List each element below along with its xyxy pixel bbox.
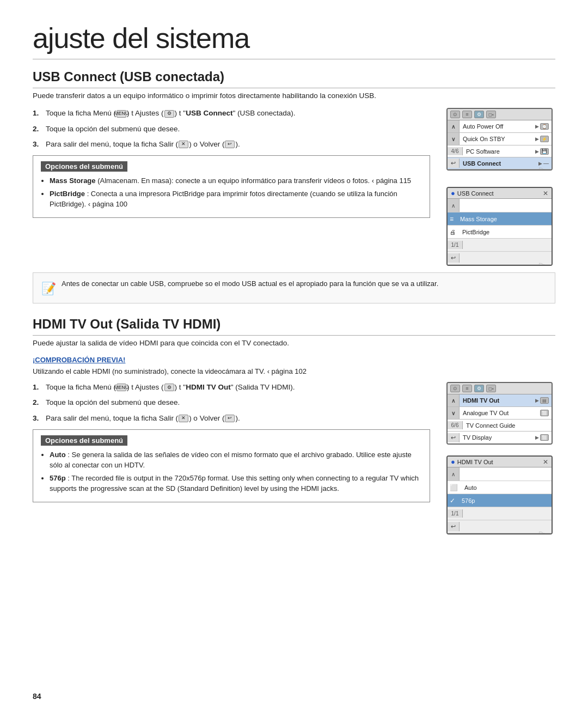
hdmi-cam-header-icon-1: ⊙ — [450, 385, 460, 392]
hdmi-step-3: 3. Para salir del menú, toque la ficha S… — [33, 413, 430, 424]
usb-section-right: ⊙ ≡ ⚙ ◻▪ ∧ Auto Power Off ▶ ⌚ ∨ Quick On… — [446, 108, 555, 266]
hdmi-comprobacion-text: Utilizando el cable HDMI (no suministrad… — [33, 366, 555, 377]
hdmi-cam-value-hdmitv: ▶ ▤ — [532, 396, 552, 405]
cam-value-auto-power: ▶ ⌚ — [532, 122, 552, 131]
menu-icon-hdmi-step1: MENÚ — [117, 384, 126, 391]
hdmi-cam-label-analogue: Analogue TV Out — [460, 409, 537, 417]
hdmi-cam-label-connect-guide: TV Connect Guide — [463, 421, 546, 430]
cam-popup-back-btn[interactable]: ↩ — [448, 253, 460, 263]
cam-row-num-1: 4/6 — [448, 147, 463, 155]
cam-down-btn[interactable]: ∨ — [448, 133, 460, 145]
hdmi-cam-row-3: 6/6 TV Connect Guide — [448, 420, 552, 432]
usb-section-body: 1. Toque la ficha Menú (MENÚ) t Ajustes … — [33, 108, 555, 266]
usb-popup-row-up: ∧ — [448, 199, 552, 212]
cam-arrow-3: ▶ — [535, 149, 539, 154]
hdmi-step-1-num: 1. — [33, 382, 42, 393]
hdmi-cam-popup-back-btn[interactable]: ↩ — [448, 522, 460, 531]
cam-header-icon-2: ≡ — [462, 111, 472, 118]
hdmi-cam-down-btn[interactable]: ∨ — [448, 407, 460, 419]
hdmi-popup-label-576p: 576p — [457, 496, 552, 505]
usb-step-3: 3. Para salir del menú, toque la ficha S… — [33, 139, 430, 150]
hdmi-step-3-content: Para salir del menú, toque la ficha Sali… — [46, 413, 430, 424]
cam-header-icon-3: ⚙ — [474, 111, 484, 118]
usb-step-2: 2. Toque la opción del submenú que desee… — [33, 124, 430, 135]
hdmi-cam-row-num: 6/6 — [448, 421, 463, 429]
usb-popup-row-mass-storage[interactable]: ≡ Mass Storage — [448, 212, 552, 226]
usb-section-heading: USB Connect (USB conectada) — [33, 69, 555, 88]
back-icon-hdmi-step3: ↩ — [225, 415, 235, 422]
hdmi-popup-check-576p: ✓ — [448, 496, 457, 506]
hdmi-cam-value-analogue: ⬜ — [537, 409, 552, 417]
hdmi-submenu-box: Opciones del submenú Auto : Se genera la… — [33, 429, 430, 502]
hdmi-cam-popup-up-btn[interactable]: ∧ — [448, 467, 460, 481]
usb-popup-row-pictbridge[interactable]: 🖨 PictBridge — [448, 226, 552, 239]
cam-header-icon-4: ◻▪ — [486, 111, 496, 118]
usb-mass-storage-label: Mass Storage — [50, 177, 96, 185]
hdmi-submenu-title: Opciones del submenú — [41, 435, 127, 446]
usb-popup-label-pictbridge: PictBridge — [458, 228, 552, 236]
usb-step-1: 1. Toque la ficha Menú (MENÚ) t Ajustes … — [33, 108, 430, 119]
close-icon-hdmi-step3: ✕ — [179, 415, 188, 422]
usb-note-box: 📝 Antes de conectar un cable USB, compru… — [33, 272, 555, 303]
usb-step-3-content: Para salir del menú, toque la ficha Sali… — [46, 139, 430, 150]
usb-cam-row-3: 4/6 PC Software ▶ 💾 — [448, 145, 552, 157]
hdmi-submenu-item-auto: Auto : Se genera la salida de las señale… — [50, 449, 422, 471]
usb-popup-title-row: ● USB Connect — [451, 189, 494, 197]
hdmi-step-2: 2. Toque la opción del submenú que desee… — [33, 397, 430, 408]
hdmi-cam-up-btn[interactable]: ∧ — [448, 394, 460, 406]
hdmi-cam-header-icon-4: ◻▪ — [486, 385, 496, 392]
hdmi-popup-title: HDMI TV Out — [457, 459, 493, 465]
hdmi-submenu-item-576p: 576p : The recorded file is output in th… — [50, 473, 422, 494]
usb-section-left: 1. Toque la ficha Menú (MENÚ) t Ajustes … — [33, 108, 430, 221]
hdmi-cam-back-btn[interactable]: ↩ — [448, 433, 460, 442]
usb-pictbridge-desc: : Conecta a una impresora PictBridge par… — [50, 190, 397, 209]
hdmi-section-right: ⊙ ≡ ⚙ ◻▪ ∧ HDMI TV Out ▶ ▤ ∨ Analogue TV… — [446, 382, 555, 534]
usb-cam-row-2: ∨ Quick On STBY ▶ ⚡ — [448, 133, 552, 145]
usb-popup-icon-pictbridge: 🖨 — [448, 228, 458, 236]
hdmi-popup-row-auto[interactable]: ⬜ Auto — [448, 481, 552, 494]
hdmi-cam-header-icon-3: ⚙ — [474, 385, 484, 392]
hdmi-submenu-items: Auto : Se genera la salida de las señale… — [41, 449, 422, 494]
hdmi-comprobacion-heading: ¡COMPROBACIÓN PREVIA! — [33, 356, 555, 364]
cam-icon-pc: 💾 — [540, 148, 549, 155]
hdmi-cam-value-guide — [546, 424, 552, 427]
cam-header-icon-1: ⊙ — [450, 111, 460, 118]
usb-popup-dot: ● — [451, 189, 455, 197]
usb-steps-list: 1. Toque la ficha Menú (MENÚ) t Ajustes … — [33, 108, 430, 150]
usb-popup-close[interactable]: ✕ — [543, 190, 548, 197]
hdmi-popup-dot: ● — [451, 458, 455, 466]
cam-label-pc-software: PC Software — [463, 147, 532, 156]
usb-camera-popup-ui: ● USB Connect ✕ ∧ ≡ Mass Storage 🖨 PictB… — [446, 187, 553, 266]
hdmi-cam-value-tvdisplay: ▶ ⬜ — [532, 433, 552, 442]
hdmi-cam-header-icon-2: ≡ — [462, 385, 472, 392]
cam-popup-up-btn[interactable]: ∧ — [448, 199, 460, 212]
hdmi-popup-header: ● HDMI TV Out ✕ — [448, 457, 552, 467]
hdmi-section-intro: Puede ajustar la salida de vídeo HDMI pa… — [33, 338, 555, 349]
usb-popup-title: USB Connect — [457, 190, 494, 197]
page-title: ajuste del sistema — [33, 22, 555, 59]
usb-popup-row-counter: 1/1 — [448, 241, 463, 249]
hdmi-cam-arrow-4: ▶ — [535, 435, 539, 440]
hdmi-step-2-content: Toque la opción del submenú que desee. — [46, 397, 430, 408]
hdmi-step-1-content: Toque la ficha Menú (MENÚ) t Ajustes (⚙)… — [46, 382, 430, 393]
usb-pictbridge-label: PictBridge — [50, 190, 85, 198]
hdmi-cam-arrow-1: ▶ — [535, 398, 539, 403]
hdmi-popup-close[interactable]: ✕ — [543, 458, 548, 466]
hdmi-popup-row-back: ↩ — [448, 520, 552, 533]
hdmi-section-left: 1. Toque la ficha Menú (MENÚ) t Ajustes … — [33, 382, 430, 506]
hdmi-cam-icon-display: ⬜ — [540, 434, 549, 441]
hdmi-cam-row-1: ∧ HDMI TV Out ▶ ▤ — [448, 394, 552, 407]
hdmi-popup-row-576p[interactable]: ✓ 576p — [448, 494, 552, 507]
cam-back-btn[interactable]: ↩ — [448, 159, 460, 168]
usb-submenu-item-mass-storage: Mass Storage (Almacenam. En masa): conec… — [50, 175, 422, 186]
usb-camera-menu-ui: ⊙ ≡ ⚙ ◻▪ ∧ Auto Power Off ▶ ⌚ ∨ Quick On… — [446, 108, 553, 171]
usb-step-1-num: 1. — [33, 108, 42, 119]
usb-cam-row-4: ↩ USB Connect ▶ — — [448, 157, 552, 169]
usb-popup-label-mass: Mass Storage — [456, 215, 552, 223]
back-icon-step3: ↩ — [225, 141, 235, 148]
cam-label-usb-connect: USB Connect — [460, 159, 536, 168]
hdmi-popup-row-up: ∧ — [448, 467, 552, 481]
cam-up-btn[interactable]: ∧ — [448, 120, 460, 132]
hdmi-steps-list: 1. Toque la ficha Menú (MENÚ) t Ajustes … — [33, 382, 430, 424]
usb-popup-header: ● USB Connect ✕ — [448, 188, 552, 199]
